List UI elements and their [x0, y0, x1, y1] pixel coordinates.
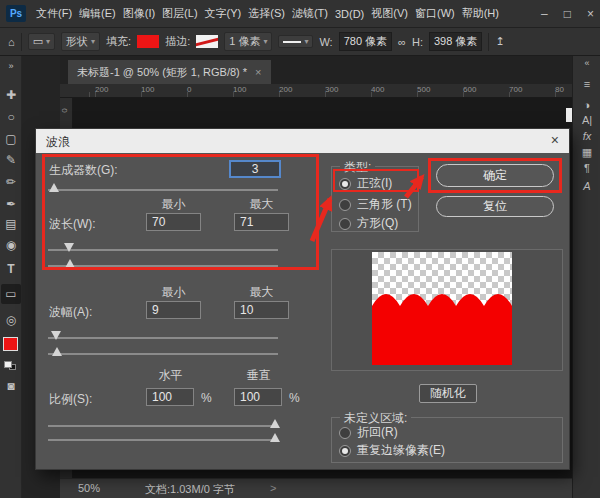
foreground-color-swatch[interactable] [3, 337, 18, 351]
stroke-width-value: 1 像素 [229, 34, 260, 49]
reset-button[interactable]: 复位 [436, 196, 554, 217]
glyphs-panel-icon[interactable]: A [573, 180, 600, 192]
radio-icon[interactable] [339, 199, 351, 211]
radio-sine[interactable]: 正弦(I) [339, 175, 392, 192]
ok-button[interactable]: 确定 [436, 164, 554, 187]
radio-icon[interactable] [339, 178, 351, 190]
randomize-button[interactable]: 随机化 [419, 384, 477, 403]
menu-view[interactable]: 视图(V) [369, 6, 410, 21]
shape-height-field[interactable]: 398 像素 [429, 32, 482, 51]
radio-repeat-edge-pixels[interactable]: 重复边缘像素(E) [339, 442, 445, 459]
brush-tool-icon[interactable]: ✏ [0, 174, 22, 190]
dialog-close-icon[interactable]: × [551, 132, 559, 148]
type-tool-icon[interactable]: T [0, 261, 22, 277]
radio-label: 三角形 (T) [357, 196, 412, 213]
generators-slider[interactable] [48, 183, 278, 195]
gradient-tool-icon[interactable]: ▤ [0, 216, 22, 232]
status-chevron-icon[interactable]: > [270, 482, 276, 494]
amplitude-min-slider[interactable] [48, 331, 278, 343]
close-window-button[interactable]: × [587, 7, 594, 21]
wavelength-min-slider[interactable] [48, 243, 278, 255]
home-icon[interactable]: ⌂ [8, 36, 15, 48]
menu-filter[interactable]: 滤镜(T) [290, 6, 330, 21]
wavelength-max-input[interactable]: 71 [234, 213, 289, 231]
menu-help[interactable]: 帮助(H) [460, 6, 501, 21]
radio-wrap-around[interactable]: 折回(R) [339, 424, 398, 441]
character-panel-icon[interactable]: A| [573, 114, 600, 126]
maximize-button[interactable]: □ [564, 7, 571, 21]
rectangle-tool-icon[interactable]: ▭ [0, 286, 22, 302]
zoom-tool-icon[interactable]: ◎ [0, 312, 22, 328]
amplitude-label: 波幅(A): [49, 304, 92, 321]
toolbar-collapse-icon[interactable]: » [0, 58, 22, 74]
stroke-width-dropdown[interactable]: 1 像素 ▾ [224, 32, 272, 51]
stroke-color-swatch[interactable] [196, 35, 218, 48]
options-bar: ⌂ ▭ ▾ 形状 ▾ 填充: 描边: 1 像素 ▾ ▾ W: 780 像素 ∞ … [0, 28, 600, 56]
amplitude-max-input[interactable]: 10 [234, 301, 289, 319]
slider-thumb[interactable] [52, 347, 62, 356]
dodge-tool-icon[interactable]: ◉ [0, 237, 22, 253]
radio-triangle[interactable]: 三角形 (T) [339, 196, 412, 213]
window-controls: – □ × [541, 0, 594, 28]
menu-edit[interactable]: 编辑(E) [77, 6, 118, 21]
close-tab-icon[interactable]: × [255, 66, 261, 78]
radio-icon[interactable] [339, 445, 351, 457]
scale-horizontal-slider[interactable] [48, 419, 278, 431]
quick-mask-icon[interactable]: ◙ [0, 378, 22, 394]
menu-3d[interactable]: 3D(D) [333, 8, 366, 20]
menu-bar: Ps 文件(F) 编辑(E) 图像(I) 图层(L) 文字(Y) 选择(S) 滤… [0, 0, 600, 28]
vertical-header: 垂直 [231, 367, 286, 384]
document-tab[interactable]: 未标题-1 @ 50% (矩形 1, RGB/8) * × [68, 60, 271, 84]
link-dimensions-icon[interactable]: ∞ [398, 36, 406, 48]
paragraph-panel-icon[interactable]: ¶ [573, 162, 600, 174]
slider-thumb[interactable] [270, 433, 280, 442]
menu-type[interactable]: 文字(Y) [203, 6, 244, 21]
slider-thumb[interactable] [51, 331, 61, 340]
stroke-type-dropdown[interactable]: ▾ [278, 35, 313, 48]
slider-thumb[interactable] [64, 243, 74, 252]
menu-select[interactable]: 选择(S) [246, 6, 287, 21]
color-panel-icon[interactable]: ◑ [573, 99, 600, 111]
lasso-tool-icon[interactable]: ○ [0, 109, 22, 125]
menu-window[interactable]: 窗口(W) [413, 6, 457, 21]
max-header: 最大 [234, 196, 289, 213]
radio-square[interactable]: 方形(Q) [339, 215, 398, 232]
wavelength-max-slider[interactable] [48, 259, 278, 271]
styles-panel-icon[interactable]: fx [573, 130, 600, 142]
move-tool-icon[interactable]: ✚ [0, 87, 22, 103]
slider-thumb[interactable] [49, 183, 59, 192]
dialog-title-bar[interactable]: 波浪 × [36, 129, 569, 153]
preview-panel [331, 249, 563, 371]
export-icon[interactable]: ↥ [495, 35, 504, 48]
radio-icon[interactable] [339, 427, 351, 439]
zoom-level[interactable]: 50% [78, 482, 100, 494]
minimize-button[interactable]: – [541, 7, 548, 21]
tool-preset-dropdown[interactable]: ▭ ▾ [28, 33, 55, 50]
tool-mode-dropdown[interactable]: 形状 ▾ [61, 32, 100, 51]
horizontal-header: 水平 [143, 367, 198, 384]
brush-settings-panel-icon[interactable]: ≡ [573, 78, 600, 90]
radio-icon[interactable] [339, 218, 351, 230]
menu-layer[interactable]: 图层(L) [160, 6, 199, 21]
fill-color-swatch[interactable] [137, 35, 159, 48]
swatches-panel-icon[interactable]: ▦ [573, 146, 600, 159]
scale-vertical-input[interactable]: 100 [234, 388, 282, 406]
horizontal-ruler: 200 100 0 100 200 300 400 500 600 700 80 [60, 84, 572, 98]
tools-panel: » ✚ ○ ▢ ✎ ✏ ✒ ▤ ◉ T ▭ ◎ ◙ [0, 56, 22, 498]
generators-input[interactable]: 3 [229, 160, 281, 178]
slider-thumb[interactable] [65, 259, 75, 268]
default-colors-icon[interactable] [4, 361, 12, 368]
eyedropper-tool-icon[interactable]: ✎ [0, 152, 22, 168]
panel-expand-icon[interactable]: « [573, 58, 600, 68]
slider-thumb[interactable] [270, 419, 280, 428]
crop-tool-icon[interactable]: ▢ [0, 131, 22, 147]
menu-file[interactable]: 文件(F) [34, 6, 74, 21]
amplitude-min-input[interactable]: 9 [146, 301, 201, 319]
mixer-brush-tool-icon[interactable]: ✒ [0, 196, 22, 212]
scale-vertical-slider[interactable] [48, 433, 278, 445]
wavelength-min-input[interactable]: 70 [146, 213, 201, 231]
scale-horizontal-input[interactable]: 100 [146, 388, 194, 406]
amplitude-max-slider[interactable] [48, 347, 278, 359]
menu-image[interactable]: 图像(I) [121, 6, 157, 21]
shape-width-field[interactable]: 780 像素 [339, 32, 392, 51]
